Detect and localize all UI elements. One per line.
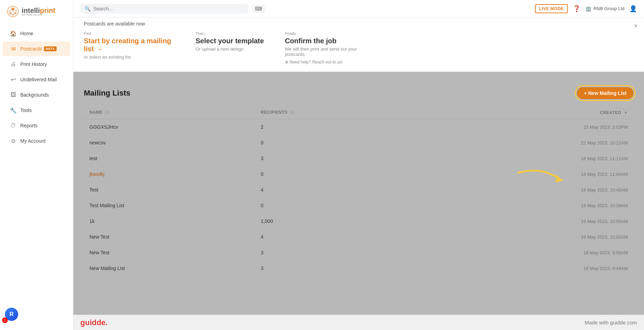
search-icon: 🔍: [85, 6, 90, 12]
sidebar-item-tools[interactable]: 🔧 Tools: [3, 103, 70, 118]
svg-point-2: [9, 12, 12, 14]
my-account-icon: ⚙: [10, 137, 17, 144]
guidde-tagline: Made with guidde.com: [585, 320, 637, 325]
sidebar-nav: 🏠 Home ✉ Postcards BETA 🖨 Print History …: [0, 23, 73, 304]
sidebar-item-postcards[interactable]: ✉ Postcards BETA: [3, 42, 70, 56]
sidebar-item-my-account[interactable]: ⚙ My Account: [3, 134, 70, 148]
keyboard-shortcut-icon[interactable]: ⌨: [252, 5, 265, 13]
banner-close-button[interactable]: ×: [634, 22, 638, 30]
guidde-footer: guidde. Made with guidde.com: [73, 315, 644, 330]
sidebar-item-tools-label: Tools: [20, 107, 32, 113]
step-2-subtitle: Or upload a new design: [196, 46, 264, 52]
step-3-subtitle: We will then print and send out your pos…: [285, 46, 376, 57]
banner-title: Postcards are available now: [84, 21, 145, 27]
sidebar-item-my-account-label: My Account: [20, 138, 45, 144]
sidebar-item-print-history[interactable]: 🖨 Print History: [3, 57, 70, 72]
guidde-logo: guidde.: [80, 318, 108, 327]
sidebar-item-home-label: Home: [20, 31, 33, 36]
sidebar-item-home[interactable]: 🏠 Home: [3, 26, 70, 41]
need-help: ⊕ Need help? Reach out to us!: [285, 60, 376, 65]
step-3-title: Confirm the job: [285, 37, 376, 45]
sidebar: intelliprint BY RNB GROUP 🏠 Home ✉ Postc…: [0, 0, 73, 330]
sidebar-item-backgrounds-label: Backgrounds: [20, 92, 49, 98]
notification-badge: 1: [2, 317, 8, 323]
user-profile-icon[interactable]: 👤: [629, 5, 637, 13]
step-1-label: First: [84, 31, 175, 36]
new-mailing-list-button[interactable]: + New Mailing List: [577, 87, 634, 99]
sidebar-item-reports[interactable]: ⏱ Reports: [3, 118, 70, 133]
undelivered-mail-icon: ↩: [10, 76, 17, 83]
step-3-label: Finally: [285, 31, 376, 36]
home-icon: 🏠: [10, 30, 17, 37]
tools-icon: 🔧: [10, 107, 17, 114]
company-icon: 🏢: [585, 6, 591, 12]
sidebar-item-undelivered-mail[interactable]: ↩ Undelivered Mail: [3, 72, 70, 87]
sidebar-item-reports-label: Reports: [20, 123, 37, 128]
topbar-right: LIVE MODE ❓ 🏢 RNB Group Ltd 👤: [535, 4, 637, 13]
banner-step-2: Then Select your template Or upload a ne…: [196, 31, 264, 65]
step-2-label: Then: [196, 31, 264, 36]
search-box[interactable]: 🔍: [80, 4, 248, 14]
sidebar-item-undelivered-mail-label: Undelivered Mail: [20, 77, 57, 82]
sidebar-item-postcards-label: Postcards: [20, 46, 42, 52]
svg-point-1: [12, 8, 14, 10]
help-icon[interactable]: ❓: [573, 5, 580, 13]
topbar: 🔍 ⌨ LIVE MODE ❓ 🏢 RNB Group Ltd 👤: [73, 0, 644, 17]
banner-step-3: Finally Confirm the job We will then pri…: [285, 31, 376, 65]
svg-point-5: [9, 10, 10, 12]
banner-step-1: First Start by creating a mailing list →…: [84, 31, 175, 65]
svg-point-3: [14, 12, 16, 14]
step-1-title: Start by creating a mailing list →: [84, 37, 175, 53]
info-banner: Postcards are available now × First Star…: [73, 17, 644, 72]
banner-steps: First Start by creating a mailing list →…: [84, 31, 376, 65]
backgrounds-icon: 🖼: [10, 91, 17, 98]
postcards-badge: BETA: [44, 46, 57, 51]
postcards-icon: ✉: [10, 45, 17, 52]
sidebar-item-print-history-label: Print History: [20, 61, 47, 67]
svg-point-4: [12, 14, 14, 16]
logo: intelliprint BY RNB GROUP: [0, 0, 73, 23]
sidebar-item-backgrounds[interactable]: 🖼 Backgrounds: [3, 88, 70, 102]
svg-point-6: [15, 10, 17, 12]
reports-icon: ⏱: [10, 122, 17, 129]
search-input[interactable]: [93, 6, 244, 12]
main-area: 🔍 ⌨ LIVE MODE ❓ 🏢 RNB Group Ltd 👤 Postca…: [73, 0, 644, 330]
live-mode-button[interactable]: LIVE MODE: [535, 4, 568, 13]
step-1-subtitle: or select an existing list: [84, 54, 175, 60]
sidebar-bottom: R 1: [0, 304, 73, 330]
print-history-icon: 🖨: [10, 61, 17, 68]
step-2-title: Select your template: [196, 37, 264, 45]
company-name: 🏢 RNB Group Ltd: [585, 6, 624, 12]
